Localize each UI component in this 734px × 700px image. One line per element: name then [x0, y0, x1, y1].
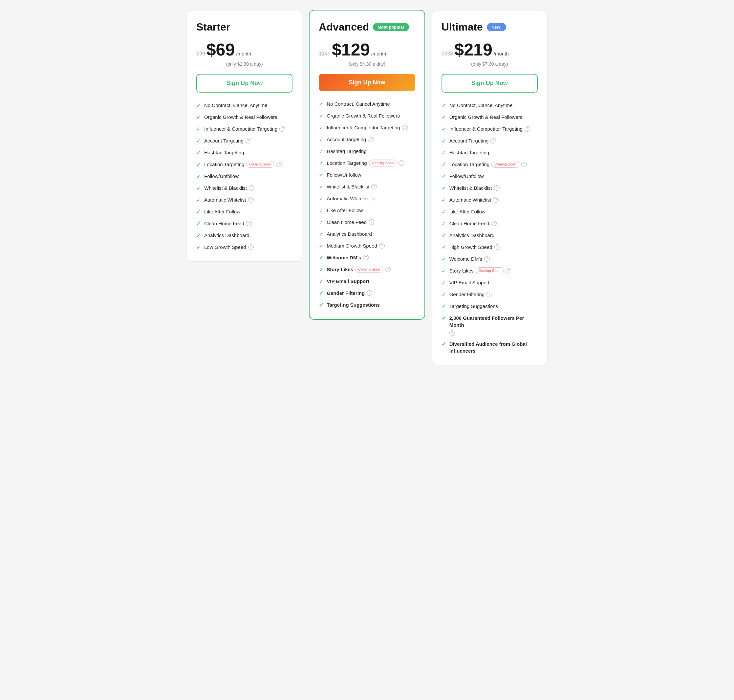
info-icon[interactable]: ? [371, 196, 376, 201]
feature-label: Targeting Suggestions [327, 301, 379, 308]
feature-label: Follow/Unfollow [204, 173, 239, 179]
feature-text: Account Targeting? [449, 137, 496, 144]
feature-item: ✓VIP Email Support [319, 278, 415, 285]
signup-button-starter[interactable]: Sign Up Now [196, 74, 292, 93]
check-icon: ✓ [319, 278, 323, 285]
feature-text: Hashtag Targeting [204, 149, 244, 156]
feature-item: ✓Account Targeting? [319, 136, 415, 143]
coming-soon-badge: Coming Soon [246, 161, 274, 168]
plan-badge-ultimate: New! [487, 23, 506, 31]
feature-label: 2,000 Guaranteed Followers Per Month [449, 315, 538, 328]
feature-label: Gender Filtering [327, 290, 365, 297]
check-icon: ✓ [442, 197, 446, 204]
pricing-container: Starter$99$69/month(only $2.30 a day)Sig… [186, 10, 548, 365]
feature-label: No Contract, Cancel Anytime [327, 100, 390, 107]
info-icon[interactable]: ? [363, 255, 368, 260]
feature-text: Location TargetingComing Soon? [327, 160, 404, 166]
info-icon[interactable]: ? [524, 126, 530, 132]
info-icon[interactable]: ? [491, 221, 497, 226]
feature-text: Automatic Whitelist? [327, 195, 376, 202]
feature-label: Analytics Dashboard [204, 232, 250, 239]
feature-text: Account Targeting? [204, 137, 251, 144]
feature-item: ✓Targeting Suggestions [442, 303, 538, 310]
signup-button-advanced[interactable]: Sign Up Now [319, 74, 415, 91]
feature-item: ✓Story LikesComing Soon? [319, 266, 415, 273]
feature-text: Gender Filtering? [327, 290, 372, 297]
info-icon[interactable]: ? [248, 244, 254, 250]
feature-text: VIP Email Support [327, 278, 369, 285]
check-icon: ✓ [442, 303, 446, 310]
feature-text: Story LikesComing Soon? [449, 267, 511, 274]
info-icon[interactable]: ? [486, 291, 492, 297]
check-icon: ✓ [319, 243, 323, 250]
check-icon: ✓ [442, 149, 446, 156]
coming-soon-badge: Coming Soon [492, 161, 519, 168]
feature-text: Location TargetingComing Soon? [449, 161, 527, 168]
price-row-starter: $99$69/month [196, 40, 292, 59]
info-icon[interactable]: ? [279, 126, 285, 132]
feature-label: Hashtag Targeting [449, 149, 489, 156]
feature-item: ✓Location TargetingComing Soon? [196, 161, 292, 168]
feature-label: Hashtag Targeting [327, 148, 366, 154]
info-icon[interactable]: ? [245, 138, 251, 144]
info-icon[interactable]: ? [449, 330, 455, 336]
info-icon[interactable]: ? [367, 290, 372, 296]
feature-text: Automatic Whitelist? [449, 196, 499, 203]
feature-text: Location TargetingComing Soon? [204, 161, 282, 168]
info-icon[interactable]: ? [379, 243, 385, 249]
check-icon: ✓ [196, 173, 201, 180]
info-icon[interactable]: ? [246, 221, 252, 226]
info-icon[interactable]: ? [505, 268, 511, 274]
info-icon[interactable]: ? [490, 138, 496, 144]
info-icon[interactable]: ? [371, 184, 377, 190]
feature-item: ✓Analytics Dashboard [196, 232, 292, 239]
feature-label: VIP Email Support [449, 279, 489, 286]
feature-item: ✓Automatic Whitelist? [442, 196, 538, 204]
info-icon[interactable]: ? [484, 256, 490, 262]
info-icon[interactable]: ? [248, 197, 254, 203]
info-icon[interactable]: ? [368, 219, 374, 225]
feature-label: Automatic Whitelist [327, 195, 368, 202]
info-icon[interactable]: ? [494, 244, 500, 250]
feature-label: Influencer & Competitor Targeting [204, 125, 277, 132]
feature-label: Welcome DM's [449, 256, 482, 262]
feature-item: ✓Influencer & Competitor Targeting? [319, 124, 415, 131]
check-icon: ✓ [319, 254, 323, 261]
check-icon: ✓ [442, 173, 446, 180]
price-row-advanced: $149$129/month [319, 40, 415, 59]
info-icon[interactable]: ? [276, 162, 282, 167]
check-icon: ✓ [196, 232, 201, 239]
feature-item: ✓No Contract, Cancel Anytime [319, 100, 415, 108]
check-icon: ✓ [442, 220, 446, 227]
check-icon: ✓ [442, 279, 446, 286]
feature-label: No Contract, Cancel Anytime [204, 102, 267, 109]
feature-text: Analytics Dashboard [449, 232, 495, 239]
feature-text: Diversified Audience from Global Influen… [449, 340, 538, 354]
info-icon[interactable]: ? [368, 137, 374, 142]
info-icon[interactable]: ? [521, 162, 527, 167]
daily-price-advanced: (only $4.30 a day) [319, 62, 415, 67]
feature-item: ✓Whitelist & Blacklist? [196, 185, 292, 192]
info-icon[interactable]: ? [493, 197, 499, 203]
feature-label: Account Targeting [204, 137, 244, 144]
feature-text: Influencer & Competitor Targeting? [327, 124, 407, 131]
plan-name-ultimate: Ultimate [442, 21, 483, 33]
check-icon: ✓ [196, 149, 201, 156]
info-icon[interactable]: ? [494, 185, 500, 191]
info-icon[interactable]: ? [402, 125, 408, 130]
feature-item: ✓Follow/Unfollow [442, 173, 538, 180]
feature-item: ✓Automatic Whitelist? [196, 196, 292, 204]
check-icon: ✓ [196, 220, 201, 227]
check-icon: ✓ [442, 256, 446, 263]
feature-item: ✓Welcome DM's? [442, 256, 538, 263]
feature-item: ✓Follow/Unfollow [319, 171, 415, 179]
signup-button-ultimate[interactable]: Sign Up Now [442, 74, 538, 93]
check-icon: ✓ [319, 113, 323, 119]
feature-item: ✓Analytics Dashboard [442, 232, 538, 239]
info-icon[interactable]: ? [385, 266, 390, 272]
info-icon[interactable]: ? [249, 185, 254, 191]
info-icon[interactable]: ? [398, 160, 404, 166]
feature-label: Location Targeting [449, 161, 489, 168]
feature-label: Automatic Whitelist [449, 196, 492, 203]
check-icon: ✓ [442, 291, 446, 298]
